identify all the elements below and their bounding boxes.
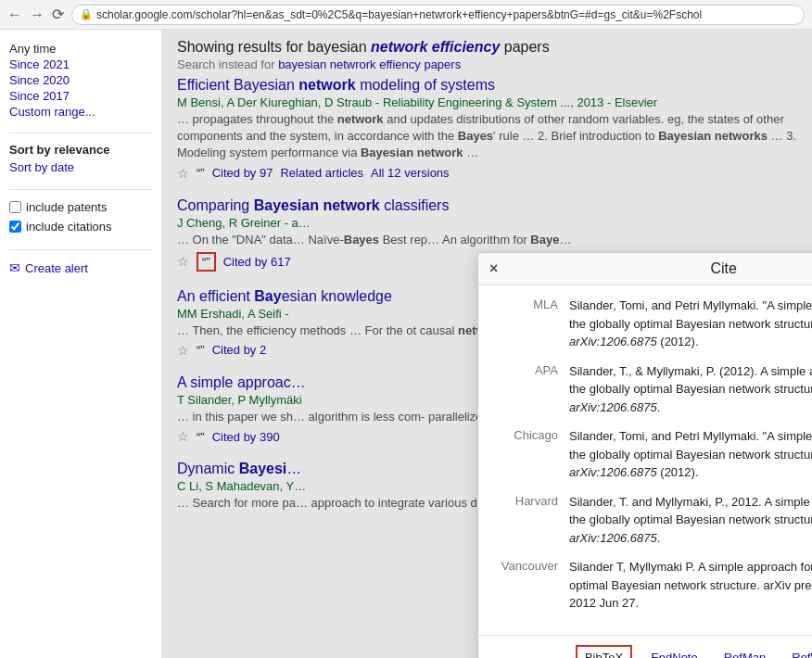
lock-icon: 🔒	[80, 8, 93, 20]
vancouver-text: Silander T, Myllymaki P. A simple approa…	[569, 558, 812, 613]
filter-section: include patents include citations	[9, 197, 152, 236]
since-2021-link[interactable]: Since 2021	[9, 57, 152, 72]
cite-mla-row: MLA Silander, Tomi, and Petri Myllymaki.…	[493, 297, 812, 351]
main-content: Showing results for bayesian network eff…	[162, 30, 812, 658]
back-button[interactable]: ←	[7, 6, 22, 23]
harvard-label: Harvard	[493, 493, 558, 548]
custom-range-link[interactable]: Custom range...	[9, 104, 152, 120]
since-2017-link[interactable]: Since 2017	[9, 88, 152, 104]
time-filter-section: Any time Since 2021 Since 2020 Since 201…	[9, 41, 152, 120]
create-alert-row[interactable]: ✉ Create alert	[9, 258, 152, 278]
modal-footer: BibTeX EndNote RefMan RefWorks	[478, 635, 812, 659]
page-container: Any time Since 2021 Since 2020 Since 201…	[0, 30, 812, 658]
refman-button[interactable]: RefMan	[717, 645, 774, 659]
url-bar[interactable]: 🔒 scholar.google.com/scholar?hl=en&as_sd…	[71, 5, 805, 25]
apa-label: APA	[493, 362, 558, 417]
include-patents-checkbox[interactable]	[9, 201, 21, 213]
forward-button[interactable]: →	[30, 6, 44, 23]
sidebar: Any time Since 2021 Since 2020 Since 201…	[0, 30, 162, 658]
sidebar-divider-1	[9, 133, 152, 133]
reload-button[interactable]: ⟳	[52, 6, 64, 23]
apa-text: Silander, T., & Myllymaki, P. (2012). A …	[569, 362, 812, 417]
bibtex-button[interactable]: BibTeX	[576, 645, 632, 659]
refworks-button[interactable]: RefWorks	[784, 645, 812, 659]
include-citations-row[interactable]: include citations	[9, 217, 152, 236]
harvard-text: Silander, T. and Myllymaki, P., 2012. A …	[569, 493, 812, 548]
endnote-button[interactable]: EndNote	[643, 645, 705, 659]
any-time-link[interactable]: Any time	[9, 41, 152, 57]
include-patents-label: include patents	[26, 200, 107, 214]
sort-relevance-link[interactable]: Sort by relevance	[9, 141, 152, 158]
include-citations-checkbox[interactable]	[9, 221, 21, 233]
include-patents-row[interactable]: include patents	[9, 197, 152, 217]
mla-label: MLA	[493, 297, 558, 351]
create-alert-label: Create alert	[25, 261, 88, 275]
cite-chicago-row: Chicago Silander, Tomi, and Petri Myllym…	[493, 427, 812, 482]
alert-icon: ✉	[9, 260, 20, 275]
include-citations-label: include citations	[26, 220, 112, 234]
sidebar-divider-2	[9, 189, 152, 190]
chicago-label: Chicago	[493, 427, 558, 482]
browser-bar: ← → ⟳ 🔒 scholar.google.com/scholar?hl=en…	[0, 0, 812, 30]
modal-close-button[interactable]: ×	[489, 260, 498, 277]
cite-modal: × Cite MLA Silander, Tomi, and Petri Myl…	[477, 252, 812, 658]
chicago-text: Silander, Tomi, and Petri Myllymaki. "A …	[569, 427, 812, 482]
vancouver-label: Vancouver	[493, 558, 558, 613]
modal-title: Cite	[509, 260, 812, 277]
cite-vancouver-row: Vancouver Silander T, Myllymaki P. A sim…	[493, 558, 812, 613]
since-2020-link[interactable]: Since 2020	[9, 72, 152, 88]
modal-overlay[interactable]: × Cite MLA Silander, Tomi, and Petri Myl…	[162, 30, 812, 658]
url-text: scholar.google.com/scholar?hl=en&as_sdt=…	[96, 8, 702, 21]
sort-section: Sort by relevance Sort by date	[9, 141, 152, 176]
cite-apa-row: APA Silander, T., & Myllymaki, P. (2012)…	[493, 362, 812, 417]
modal-header: × Cite	[478, 253, 812, 285]
mla-text: Silander, Tomi, and Petri Myllymaki. "A …	[569, 297, 812, 351]
modal-body: MLA Silander, Tomi, and Petri Myllymaki.…	[478, 285, 812, 635]
cite-harvard-row: Harvard Silander, T. and Myllymaki, P., …	[493, 493, 812, 548]
sort-date-link[interactable]: Sort by date	[9, 158, 152, 176]
sidebar-divider-3	[9, 249, 152, 250]
